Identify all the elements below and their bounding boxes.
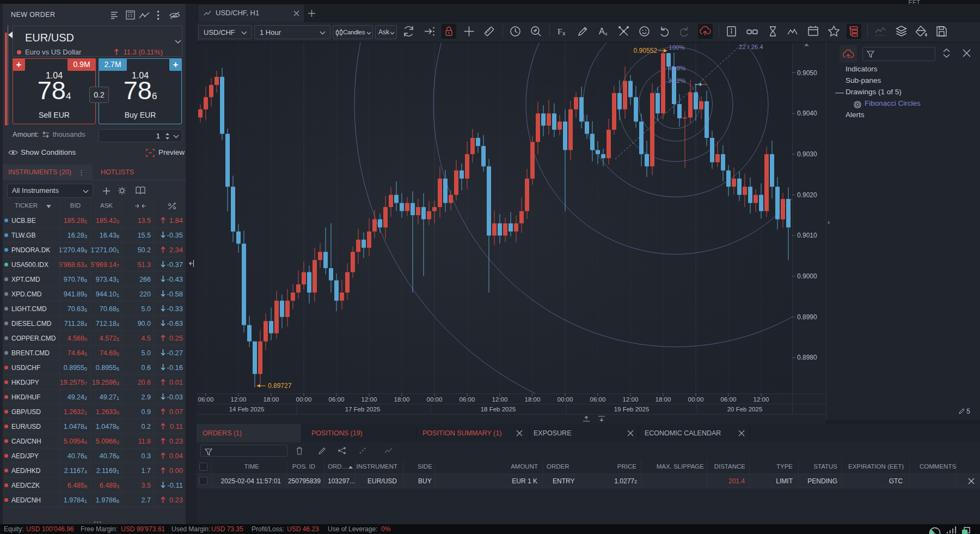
svg-text:18:00: 18:00 — [656, 396, 671, 403]
svg-text:x: x — [605, 31, 608, 37]
svg-text:00:00: 00:00 — [558, 396, 573, 403]
svg-text:12:00: 12:00 — [231, 396, 247, 403]
svg-text:18:00: 18:00 — [394, 396, 410, 403]
svg-text:A: A — [599, 27, 605, 36]
svg-text:00:00: 00:00 — [296, 396, 312, 403]
svg-text:0.8980: 0.8980 — [797, 354, 817, 361]
svg-text:0.90552: 0.90552 — [634, 47, 658, 54]
svg-text:x: x — [562, 30, 566, 37]
svg-text:06:00: 06:00 — [198, 396, 214, 403]
svg-text:00:00: 00:00 — [688, 396, 704, 403]
svg-text:18:00: 18:00 — [525, 396, 541, 403]
svg-text:0.9050: 0.9050 — [797, 69, 817, 77]
svg-text:0.89727: 0.89727 — [268, 382, 292, 390]
svg-text:18 Feb 2025: 18 Feb 2025 — [481, 406, 516, 412]
svg-text:12:00: 12:00 — [623, 396, 639, 403]
svg-text:06:00: 06:00 — [590, 396, 606, 403]
svg-text:0.9010: 0.9010 — [797, 232, 817, 239]
svg-text:0.8990: 0.8990 — [797, 313, 817, 321]
svg-text:61.8%: 61.8% — [668, 65, 686, 71]
svg-text:20 Feb 2025: 20 Feb 2025 — [727, 406, 763, 412]
svg-text:06:00: 06:00 — [329, 396, 345, 403]
svg-text:F: F — [558, 27, 562, 36]
svg-text:18:00: 18:00 — [264, 396, 279, 403]
svg-text:38.2%: 38.2% — [668, 77, 686, 84]
svg-text:17 Feb 2025: 17 Feb 2025 — [345, 406, 381, 412]
svg-text:0.9020: 0.9020 — [797, 191, 817, 199]
svg-text:12:00: 12:00 — [362, 396, 377, 403]
svg-text:14 Feb 2025: 14 Feb 2025 — [229, 406, 265, 412]
svg-text:12:00: 12:00 — [492, 396, 508, 403]
svg-text:12:00: 12:00 — [754, 396, 769, 403]
svg-text:0.9040: 0.9040 — [797, 110, 817, 117]
svg-text:0.9030: 0.9030 — [797, 150, 817, 158]
svg-text:06:00: 06:00 — [460, 396, 475, 403]
svg-text:06:00: 06:00 — [721, 396, 737, 403]
svg-text:19 Feb 2025: 19 Feb 2025 — [614, 406, 650, 412]
svg-text:22 / 26.4: 22 / 26.4 — [739, 44, 763, 50]
svg-text:0.9000: 0.9000 — [797, 272, 817, 280]
svg-text:100%: 100% — [669, 44, 684, 51]
svg-text:00:00: 00:00 — [427, 396, 443, 403]
